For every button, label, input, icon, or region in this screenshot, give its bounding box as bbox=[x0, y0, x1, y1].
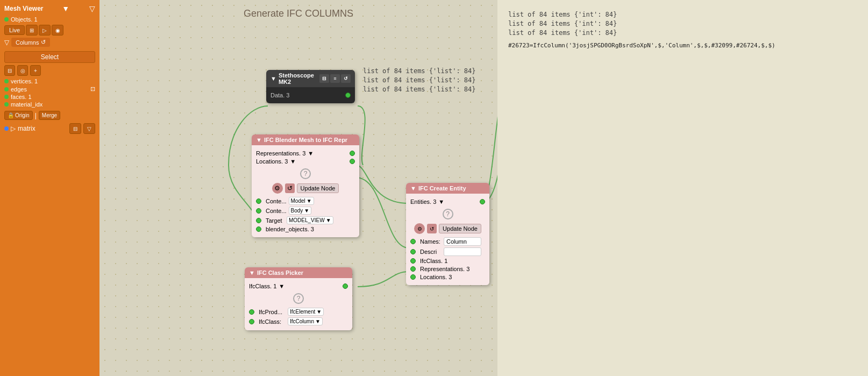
triangle-small-icon: ▷ bbox=[11, 125, 16, 132]
info-line-3: list of 84 items {'list': 84} bbox=[363, 86, 476, 93]
play-icon[interactable]: ▷ bbox=[39, 25, 51, 36]
dropdown-arrow2: ▼ bbox=[304, 208, 309, 214]
node-list-icon[interactable]: ≡ bbox=[330, 74, 340, 83]
ifc-string-line: #26723=IfcColumn('3josjSPGD0ORgBsrdSoXpN… bbox=[508, 42, 857, 49]
question-row-entity: ? bbox=[410, 207, 485, 221]
sidebar-title: Mesh Viewer bbox=[4, 5, 43, 12]
stethoscope-top-node: ▼ Stethoscope MK2 ⊟ ≡ ↺ Data. 3 bbox=[266, 70, 355, 103]
matrix-filter-icon[interactable]: ▽ bbox=[83, 123, 95, 134]
entities-dropdown-icon[interactable]: ▼ bbox=[438, 198, 444, 205]
ifc-class-in-row: IfcClass. 1 bbox=[410, 258, 485, 264]
repr-in-row: Representations. 3 bbox=[410, 266, 485, 272]
question-icon-blender: ? bbox=[300, 168, 311, 179]
right-info-1: list of 84 items {'int': 84} bbox=[508, 11, 857, 18]
origin-button[interactable]: 🔒 Origin bbox=[4, 111, 33, 120]
conte2-dropdown[interactable]: Body ▼ bbox=[289, 207, 312, 215]
right-info-2: list of 84 items {'int': 84} bbox=[508, 20, 857, 27]
repr-socket bbox=[350, 151, 355, 156]
update-row-entity: ⚙ ↺ Update Node bbox=[410, 223, 485, 234]
camera-icon[interactable]: ◉ bbox=[52, 25, 63, 36]
names-row: Names: bbox=[410, 237, 485, 246]
locations-dropdown-icon[interactable]: ▼ bbox=[290, 158, 296, 165]
matrix-row: ▷ matrix ⊟ ▽ bbox=[4, 123, 95, 134]
question-icon-entity: ? bbox=[443, 209, 453, 219]
origin-merge-row: 🔒 Origin | Merge bbox=[4, 111, 95, 120]
names-socket bbox=[410, 239, 416, 244]
ifc-class-picker-header[interactable]: ▼ IFC Class Picker bbox=[245, 267, 352, 278]
update-button-blender[interactable]: Update Node bbox=[297, 183, 339, 193]
globe-icon[interactable]: ◎ bbox=[17, 65, 28, 76]
ifc-class-dropdown-icon[interactable]: ▼ bbox=[279, 283, 284, 289]
vertices-label: vertices. 1 bbox=[11, 78, 38, 84]
dropdown-arrow3: ▼ bbox=[326, 217, 331, 223]
stethoscope-top-title: Stethoscope MK2 bbox=[279, 72, 317, 85]
icon-row: ⊟ ◎ + bbox=[4, 65, 95, 76]
locations-row: Locations. 3 ▼ bbox=[256, 158, 355, 165]
plus-icon[interactable]: + bbox=[30, 65, 41, 76]
collapse-icon-entity: ▼ bbox=[410, 185, 416, 191]
ifc-prod-dropdown[interactable]: IfcElement ▼ bbox=[288, 308, 324, 316]
names-input[interactable] bbox=[444, 237, 481, 246]
conte1-row: Conte... Model ▼ bbox=[256, 197, 355, 205]
entities-out-row: Entities. 3 ▼ bbox=[410, 198, 485, 205]
entities-out-label: Entities. 3 bbox=[410, 198, 436, 205]
repr-in-label: Representations. 3 bbox=[420, 266, 469, 272]
ifc-class-row: IfcClass: IfcColumn ▼ bbox=[249, 317, 348, 325]
ifc-class-picker-node: ▼ IFC Class Picker IfcClass. 1 ▼ ? IfcPr… bbox=[245, 267, 352, 330]
stethoscope-top-body: Data. 3 bbox=[266, 87, 355, 103]
columns-text: Columns bbox=[16, 39, 39, 46]
locations-in-label: Locations. 3 bbox=[420, 274, 452, 280]
conte2-row: Conte... Body ▼ bbox=[256, 207, 355, 215]
refresh-icon[interactable]: ↺ bbox=[41, 39, 46, 46]
canvas-title: Generate IFC COLUMNS bbox=[244, 8, 353, 19]
node-refresh-icon[interactable]: ↺ bbox=[341, 74, 351, 83]
mesh-viewer-header: Mesh Viewer ▼ ▽ bbox=[4, 4, 95, 13]
ifc-create-entity-body: Entities. 3 ▼ ? ⚙ ↺ Update Node Names: bbox=[406, 194, 489, 285]
ifc-class-in-label: IfcClass. 1 bbox=[420, 258, 447, 264]
update-button-entity[interactable]: Update Node bbox=[439, 224, 481, 233]
merge-button[interactable]: Merge bbox=[39, 111, 60, 120]
objects-row: Objects. 1 bbox=[4, 16, 95, 23]
pipe-icon: | bbox=[35, 112, 37, 119]
update-row-blender: ⚙ ↺ Update Node bbox=[256, 183, 355, 194]
ifc-create-entity-header[interactable]: ▼ IFC Create Entity bbox=[406, 183, 489, 194]
live-button[interactable]: Live bbox=[4, 25, 25, 35]
faces-label: faces. 1 bbox=[11, 94, 32, 100]
dropdown-arrow-class: ▼ bbox=[315, 318, 321, 324]
ifc-blender-header[interactable]: ▼ IFC Blender Mesh to IFC Repr bbox=[252, 134, 359, 145]
faces-socket bbox=[4, 95, 9, 99]
stethoscope-top-header[interactable]: ▼ Stethoscope MK2 ⊟ ≡ ↺ bbox=[266, 70, 355, 87]
sidebar-menu-icon[interactable]: ▽ bbox=[89, 4, 95, 13]
ifc-prod-row: IfcProd... IfcElement ▼ bbox=[249, 308, 348, 316]
select-button[interactable]: Select bbox=[4, 51, 95, 63]
descri-socket bbox=[410, 249, 416, 254]
data-out-label: Data. 3 bbox=[271, 92, 289, 98]
descri-row: Descri bbox=[410, 247, 485, 256]
target-dropdown[interactable]: MODEL_VIEW ▼ bbox=[287, 216, 333, 224]
sidebar-collapse-icon[interactable]: ▼ bbox=[62, 4, 69, 13]
columns-row: ▽ Columns ↺ bbox=[4, 38, 95, 47]
ifc-create-entity-title: IFC Create Entity bbox=[418, 185, 466, 191]
grid-icon[interactable]: ⊞ bbox=[26, 25, 38, 36]
conte1-dropdown[interactable]: Model ▼ bbox=[289, 197, 314, 205]
descri-label: Descri bbox=[420, 249, 442, 255]
table-icon[interactable]: ⊟ bbox=[4, 65, 15, 76]
target-socket bbox=[256, 218, 261, 223]
repr-dropdown-icon[interactable]: ▼ bbox=[308, 150, 314, 157]
edges-row: edges ⊡ bbox=[4, 86, 95, 93]
ifc-class-in-socket bbox=[410, 258, 416, 264]
repr-label: Representations. 3 bbox=[256, 150, 305, 157]
ifc-class-dropdown[interactable]: IfcColumn ▼ bbox=[288, 317, 323, 325]
right-panel: list of 84 items {'int': 84} list of 84 … bbox=[497, 0, 868, 376]
descri-input[interactable] bbox=[444, 247, 481, 256]
ifc-class-out-socket bbox=[343, 283, 348, 289]
target-row: Target MODEL_VIEW ▼ bbox=[256, 216, 355, 224]
matrix-table-icon[interactable]: ⊟ bbox=[69, 123, 81, 134]
node-screen-icon[interactable]: ⊟ bbox=[319, 74, 329, 83]
ifc-class-socket bbox=[249, 319, 254, 324]
stethoscope-info-text: list of 84 items {'list': 84} list of 84… bbox=[363, 67, 476, 95]
question-row-blender: ? bbox=[256, 167, 355, 181]
ifc-class-picker-title: IFC Class Picker bbox=[257, 269, 303, 276]
locations-in-row: Locations. 3 bbox=[410, 274, 485, 280]
locations-label: Locations. 3 bbox=[256, 158, 288, 165]
